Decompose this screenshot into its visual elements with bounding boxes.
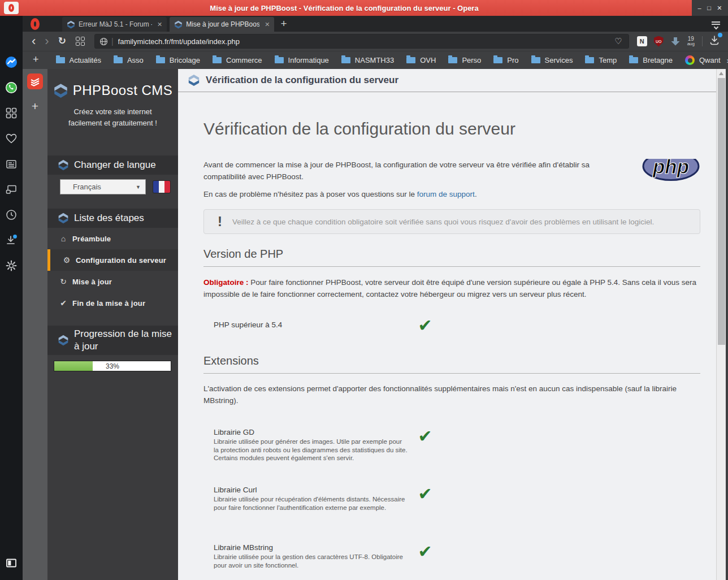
folder-icon [629, 57, 638, 63]
page-header-title: Vérification de la configuration du serv… [206, 75, 398, 86]
maximize-button[interactable]: □ [707, 5, 711, 11]
home-icon: ⌂ [58, 234, 69, 243]
section-divider [203, 266, 700, 267]
folder-icon [156, 57, 165, 63]
page-header: Vérification de la configuration du serv… [178, 69, 716, 92]
bookmark-folder-bricolage[interactable]: Bricolage [156, 56, 200, 64]
language-select[interactable]: Français ▼ [60, 179, 146, 194]
folder-icon [275, 57, 284, 63]
add-bookmark-button[interactable]: + [29, 54, 44, 67]
down-arrow-extension-icon [670, 36, 681, 46]
address-toolbar: ‹ › ↻ | familymictech.fr/fmt/update/inde… [23, 32, 728, 51]
reload-button[interactable]: ↻ [54, 35, 71, 47]
bookmark-folder-commerce[interactable]: Commerce [213, 56, 262, 64]
bookmarks-button[interactable] [4, 132, 19, 145]
section-title-php-version: Version de PHP [203, 248, 700, 261]
settings-button[interactable] [4, 259, 19, 272]
step-mise-a-jour[interactable]: ↻ Mise à jour [47, 271, 178, 292]
folder-icon [213, 57, 222, 63]
scrollbar-up-arrow[interactable] [719, 72, 723, 75]
phpboost-favicon [67, 20, 75, 29]
folder-icon [448, 57, 457, 63]
tab-menu-button[interactable] [712, 21, 720, 29]
section-divider [203, 373, 700, 374]
section-title-extensions: Extensions [203, 354, 700, 367]
tab-close-icon[interactable]: ✕ [157, 21, 162, 28]
mandatory-label: Obligatoire : [203, 278, 249, 287]
speed-dial-toolbar-button[interactable] [71, 37, 90, 46]
folder-icon [531, 57, 540, 63]
opera-sidebar-rail [0, 16, 23, 580]
url-separator: | [111, 37, 114, 46]
downloads-button[interactable] [4, 233, 19, 247]
flow-devices-button[interactable] [4, 183, 19, 196]
refresh-icon: ↻ [58, 277, 69, 286]
save-bookmark-heart-icon[interactable]: ♡ [613, 36, 623, 46]
phpboost-hex-icon [58, 335, 69, 346]
forum-support-link[interactable]: forum de support [417, 190, 475, 198]
php-logo: php [642, 159, 700, 181]
bookmark-qwant[interactable]: Qwant [685, 55, 721, 65]
bookmark-folder-nasmth33[interactable]: NASMTH33 [341, 56, 394, 64]
extension-ublock-button[interactable]: UO [654, 36, 664, 47]
bookmark-folder-ovh[interactable]: OVH [406, 56, 436, 64]
globe-icon [99, 37, 108, 46]
extension-date-button[interactable]: 19 aug [687, 36, 695, 46]
downloads-tray-button[interactable] [709, 34, 720, 48]
messenger-button[interactable] [4, 55, 19, 69]
bookmark-folder-bretagne[interactable]: Bretagne [629, 56, 673, 64]
step-configuration-serveur[interactable]: ⚙ Configuration du serveur [47, 249, 178, 271]
intro-paragraph: Avant de commencer la mise à jour de PHP… [203, 159, 650, 183]
check-icon: ✔ [58, 298, 69, 308]
news-button[interactable] [4, 157, 19, 171]
folder-icon [56, 57, 65, 63]
tab-close-icon[interactable]: ✕ [265, 21, 270, 28]
history-button[interactable] [4, 208, 19, 222]
whatsapp-button[interactable] [4, 81, 19, 94]
whatsapp-icon [5, 81, 18, 94]
page-scrollbar[interactable] [716, 69, 726, 580]
page-title: Vérification de la configuration du serv… [203, 119, 700, 138]
window-controls: – □ ✕ [692, 0, 728, 16]
tab-update[interactable]: Mise à jour de PHPBoost ✕ [170, 17, 274, 32]
extension-note-button[interactable]: N [637, 36, 647, 46]
step-fin-mise-a-jour[interactable]: ✔ Fin de la mise à jour [47, 292, 178, 314]
back-button[interactable]: ‹ [27, 35, 40, 47]
opera-window: Mise à jour de PHPBoost - Vérification d… [0, 0, 728, 580]
bookmark-folder-temp[interactable]: Temp [585, 56, 617, 64]
forward-button[interactable]: › [40, 35, 53, 47]
requirement-row-mbstring: Librairie MBstring Librairie utilisée po… [203, 543, 700, 578]
phpboost-sidebar: PHPBoost CMS Créez votre site internet f… [47, 69, 178, 580]
sidebar-panel-column: + [23, 69, 47, 580]
bookmark-folder-pro[interactable]: Pro [493, 56, 518, 64]
opera-menu-button[interactable] [23, 16, 47, 32]
speed-dial-button[interactable] [4, 106, 19, 120]
sidebar-toggle-button[interactable] [4, 556, 19, 570]
phpboost-logo-icon [53, 83, 68, 98]
address-bar[interactable]: | familymictech.fr/fmt/update/index.php … [94, 34, 629, 49]
bookmark-folder-perso[interactable]: Perso [448, 56, 481, 64]
window-title: Mise à jour de PHPBoost - Vérification d… [0, 4, 688, 12]
phpboost-favicon [174, 20, 183, 29]
todoist-extension-button[interactable] [27, 73, 43, 89]
bookmark-folder-actualites[interactable]: Actualités [56, 56, 101, 64]
extensions-intro: L'activation de ces extensions permet d'… [203, 383, 700, 406]
minimize-button[interactable]: – [698, 5, 701, 11]
extension-downloader-button[interactable] [670, 36, 681, 46]
url-text[interactable]: familymictech.fr/fmt/update/index.php [118, 37, 613, 46]
tab-forum[interactable]: Erreur MàJ 5.1 - Forum - F ✕ [62, 17, 167, 32]
add-panel-button[interactable]: + [32, 99, 38, 113]
close-button[interactable]: ✕ [717, 5, 722, 11]
opera-o-icon [31, 18, 40, 30]
scrollbar-thumb[interactable] [718, 78, 725, 345]
bookmark-folder-asso[interactable]: Asso [114, 56, 144, 64]
panel-toggle-icon [5, 557, 18, 569]
brand-tagline: Créez votre site internet facilement et … [59, 106, 167, 129]
clock-icon [5, 209, 18, 221]
phpboost-hex-icon [58, 213, 69, 224]
step-preambule[interactable]: ⌂ Préambule [47, 228, 178, 249]
svg-text:php: php [652, 159, 689, 178]
new-tab-button[interactable]: + [277, 18, 292, 32]
bookmark-folder-informatique[interactable]: Informatique [275, 56, 329, 64]
bookmark-folder-services[interactable]: Services [531, 56, 573, 64]
